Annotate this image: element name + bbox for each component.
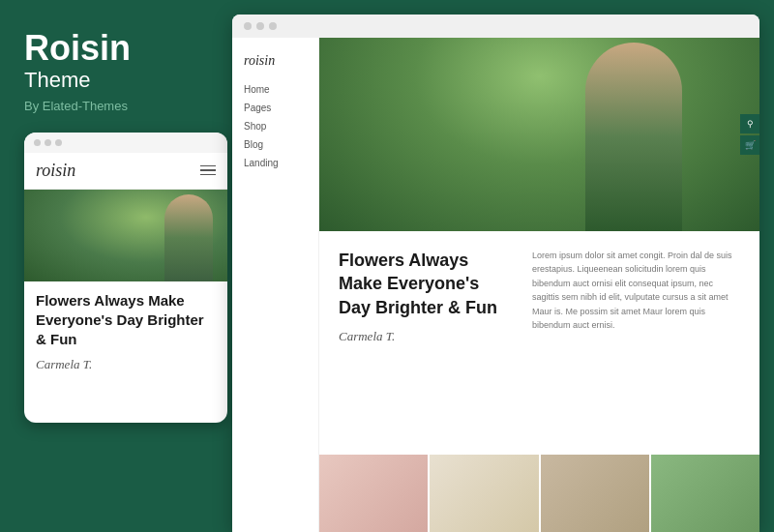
brand-subtitle: Theme [24,68,208,93]
desktop-heading-block: Flowers Always Make Everyone's Day Brigh… [339,249,513,437]
desktop-thumbnails [319,455,759,532]
thumbnail-1 [319,455,428,532]
desktop-hero-image: ⚲ 🛒 [319,38,759,231]
right-panel: roisin Home Pages Shop Blog Landing ⚲ 🛒 [232,0,774,532]
thumbnail-4 [651,455,759,532]
desktop-mockup: roisin Home Pages Shop Blog Landing ⚲ 🛒 [232,15,759,532]
desktop-nav-pages[interactable]: Pages [244,103,307,113]
mobile-hero-image [24,190,227,281]
desktop-content-area: Flowers Always Make Everyone's Day Brigh… [319,231,759,455]
desktop-site-logo: roisin [244,52,307,70]
mobile-mockup: roisin Flowers Always Make Everyone's Da… [24,133,227,423]
mobile-logo: roisin [36,161,75,181]
mobile-figure [164,194,213,281]
mobile-header: roisin [24,153,227,190]
mobile-dot-2 [45,139,51,146]
mobile-titlebar [24,133,227,153]
mobile-content: Flowers Always Make Everyone's Day Brigh… [24,281,227,383]
desktop-nav-shop[interactable]: Shop [244,121,307,132]
desktop-dot-1 [244,22,252,30]
brand-block: Roisin Theme By Elated-Themes [24,29,208,113]
desktop-dot-3 [269,22,277,30]
desktop-nav-landing[interactable]: Landing [244,158,307,168]
thumbnail-2 [430,455,538,532]
mobile-dot-1 [34,139,41,146]
desktop-main-signature: Carmela T. [339,329,513,344]
desktop-nav-blog[interactable]: Blog [244,139,307,150]
side-icons: ⚲ 🛒 [740,114,759,155]
desktop-titlebar [232,15,759,38]
desktop-hero-figure [585,43,682,231]
search-icon[interactable]: ⚲ [740,114,759,133]
mobile-signature: Carmela T. [36,357,216,372]
mobile-heading: Flowers Always Make Everyone's Day Brigh… [36,291,216,350]
mobile-dot-3 [55,139,62,146]
cart-icon[interactable]: 🛒 [740,135,759,155]
desktop-main: ⚲ 🛒 Flowers Always Make Everyone's Day B… [319,38,759,532]
desktop-lorem-text: Lorem ipsum dolor sit amet congit. Proin… [532,249,740,332]
brand-by: By Elated-Themes [24,99,208,113]
brand-title: Roisin [24,29,208,68]
desktop-inner: roisin Home Pages Shop Blog Landing ⚲ 🛒 [232,38,759,532]
desktop-text-block: Lorem ipsum dolor sit amet congit. Proin… [532,249,740,437]
desktop-nav-home[interactable]: Home [244,84,307,95]
desktop-main-heading: Flowers Always Make Everyone's Day Brigh… [339,249,513,319]
desktop-dot-2 [256,22,264,30]
left-panel: Roisin Theme By Elated-Themes roisin Flo… [0,0,232,532]
thumbnail-3 [541,455,649,532]
desktop-sidebar: roisin Home Pages Shop Blog Landing [232,38,319,532]
mobile-hamburger-icon[interactable] [200,165,216,176]
